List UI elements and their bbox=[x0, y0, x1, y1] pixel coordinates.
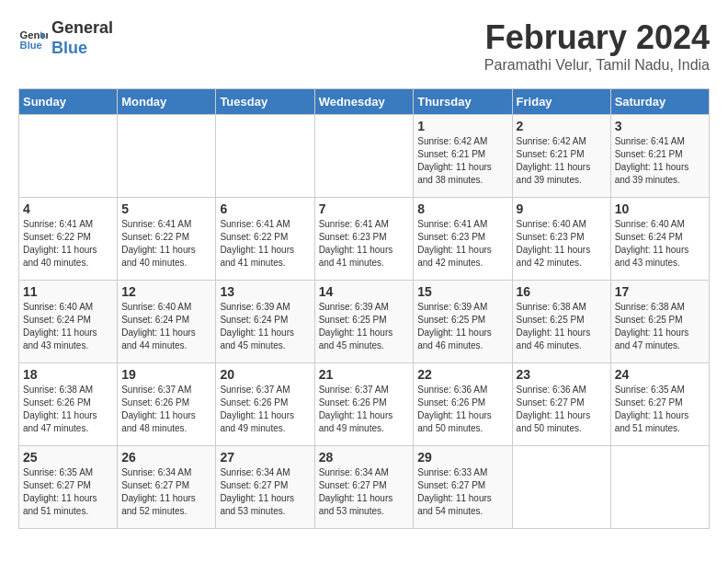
title-section: February 2024 Paramathi Velur, Tamil Nad… bbox=[484, 18, 710, 74]
calendar-cell: 7Sunrise: 6:41 AMSunset: 6:23 PMDaylight… bbox=[314, 198, 414, 281]
logo: General Blue General Blue bbox=[18, 18, 113, 58]
day-number: 18 bbox=[23, 367, 113, 382]
day-number: 24 bbox=[615, 367, 705, 382]
day-number: 10 bbox=[615, 201, 705, 216]
day-info: Sunrise: 6:38 AMSunset: 6:25 PMDaylight:… bbox=[517, 301, 607, 352]
logo-line2: Blue bbox=[51, 39, 113, 59]
header-day-saturday: Saturday bbox=[610, 89, 709, 115]
day-number: 19 bbox=[121, 367, 211, 382]
calendar-cell: 13Sunrise: 6:39 AMSunset: 6:24 PMDayligh… bbox=[216, 281, 314, 363]
calendar-cell: 17Sunrise: 6:38 AMSunset: 6:25 PMDayligh… bbox=[610, 281, 709, 363]
calendar-cell bbox=[216, 115, 314, 198]
day-info: Sunrise: 6:34 AMSunset: 6:27 PMDaylight:… bbox=[121, 466, 211, 518]
day-info: Sunrise: 6:35 AMSunset: 6:27 PMDaylight:… bbox=[23, 466, 113, 518]
day-number: 29 bbox=[417, 450, 507, 465]
header-day-tuesday: Tuesday bbox=[216, 89, 314, 115]
day-info: Sunrise: 6:38 AMSunset: 6:25 PMDaylight:… bbox=[615, 301, 705, 352]
day-number: 27 bbox=[220, 450, 310, 465]
day-info: Sunrise: 6:38 AMSunset: 6:26 PMDaylight:… bbox=[23, 384, 113, 435]
day-info: Sunrise: 6:37 AMSunset: 6:26 PMDaylight:… bbox=[220, 384, 310, 435]
day-info: Sunrise: 6:37 AMSunset: 6:26 PMDaylight:… bbox=[121, 384, 211, 435]
day-info: Sunrise: 6:41 AMSunset: 6:23 PMDaylight:… bbox=[417, 218, 507, 270]
day-number: 4 bbox=[23, 201, 113, 216]
day-info: Sunrise: 6:41 AMSunset: 6:21 PMDaylight:… bbox=[615, 135, 705, 187]
subtitle: Paramathi Velur, Tamil Nadu, India bbox=[484, 57, 710, 74]
day-info: Sunrise: 6:39 AMSunset: 6:25 PMDaylight:… bbox=[417, 301, 507, 352]
day-number: 22 bbox=[417, 367, 507, 382]
day-number: 17 bbox=[615, 284, 705, 299]
calendar-header-row: SundayMondayTuesdayWednesdayThursdayFrid… bbox=[19, 89, 710, 115]
calendar-cell: 26Sunrise: 6:34 AMSunset: 6:27 PMDayligh… bbox=[118, 446, 216, 529]
calendar-week-1: 1Sunrise: 6:42 AMSunset: 6:21 PMDaylight… bbox=[19, 115, 710, 198]
day-number: 12 bbox=[121, 284, 211, 299]
day-info: Sunrise: 6:34 AMSunset: 6:27 PMDaylight:… bbox=[319, 466, 410, 518]
calendar-cell: 1Sunrise: 6:42 AMSunset: 6:21 PMDaylight… bbox=[414, 115, 512, 198]
day-number: 21 bbox=[319, 367, 410, 382]
day-info: Sunrise: 6:41 AMSunset: 6:22 PMDaylight:… bbox=[23, 218, 113, 270]
calendar-cell: 9Sunrise: 6:40 AMSunset: 6:23 PMDaylight… bbox=[512, 198, 610, 281]
day-number: 26 bbox=[121, 450, 211, 465]
day-info: Sunrise: 6:41 AMSunset: 6:22 PMDaylight:… bbox=[121, 218, 211, 270]
day-number: 13 bbox=[220, 284, 310, 299]
calendar-cell: 18Sunrise: 6:38 AMSunset: 6:26 PMDayligh… bbox=[19, 363, 118, 446]
day-info: Sunrise: 6:42 AMSunset: 6:21 PMDaylight:… bbox=[417, 135, 507, 187]
day-number: 9 bbox=[517, 201, 607, 216]
calendar-week-2: 4Sunrise: 6:41 AMSunset: 6:22 PMDaylight… bbox=[19, 198, 710, 281]
day-number: 23 bbox=[517, 367, 607, 382]
day-number: 8 bbox=[417, 201, 507, 216]
day-info: Sunrise: 6:40 AMSunset: 6:24 PMDaylight:… bbox=[615, 218, 705, 270]
calendar-cell: 15Sunrise: 6:39 AMSunset: 6:25 PMDayligh… bbox=[414, 281, 512, 363]
calendar-cell: 6Sunrise: 6:41 AMSunset: 6:22 PMDaylight… bbox=[216, 198, 314, 281]
day-number: 11 bbox=[23, 284, 113, 299]
day-info: Sunrise: 6:34 AMSunset: 6:27 PMDaylight:… bbox=[220, 466, 310, 518]
calendar-cell: 28Sunrise: 6:34 AMSunset: 6:27 PMDayligh… bbox=[314, 446, 414, 529]
calendar-cell bbox=[19, 115, 118, 198]
calendar-cell: 10Sunrise: 6:40 AMSunset: 6:24 PMDayligh… bbox=[610, 198, 709, 281]
calendar-cell: 29Sunrise: 6:33 AMSunset: 6:27 PMDayligh… bbox=[414, 446, 512, 529]
calendar-cell: 3Sunrise: 6:41 AMSunset: 6:21 PMDaylight… bbox=[610, 115, 709, 198]
day-info: Sunrise: 6:36 AMSunset: 6:26 PMDaylight:… bbox=[417, 384, 507, 435]
calendar-cell bbox=[610, 446, 709, 529]
logo-line1: General bbox=[51, 18, 113, 39]
calendar-cell: 23Sunrise: 6:36 AMSunset: 6:27 PMDayligh… bbox=[512, 363, 610, 446]
calendar-cell: 12Sunrise: 6:40 AMSunset: 6:24 PMDayligh… bbox=[118, 281, 216, 363]
day-number: 28 bbox=[319, 450, 410, 465]
day-info: Sunrise: 6:39 AMSunset: 6:24 PMDaylight:… bbox=[220, 301, 310, 352]
calendar-cell: 22Sunrise: 6:36 AMSunset: 6:26 PMDayligh… bbox=[414, 363, 512, 446]
day-number: 5 bbox=[121, 201, 211, 216]
logo-icon: General Blue bbox=[18, 24, 48, 53]
calendar-cell bbox=[512, 446, 610, 529]
calendar-cell: 25Sunrise: 6:35 AMSunset: 6:27 PMDayligh… bbox=[19, 446, 118, 529]
day-number: 20 bbox=[220, 367, 310, 382]
calendar-cell: 8Sunrise: 6:41 AMSunset: 6:23 PMDaylight… bbox=[414, 198, 512, 281]
header-day-thursday: Thursday bbox=[414, 89, 512, 115]
calendar-cell: 27Sunrise: 6:34 AMSunset: 6:27 PMDayligh… bbox=[216, 446, 314, 529]
calendar-cell: 19Sunrise: 6:37 AMSunset: 6:26 PMDayligh… bbox=[118, 363, 216, 446]
day-number: 3 bbox=[615, 119, 705, 133]
header-day-sunday: Sunday bbox=[19, 89, 118, 115]
day-info: Sunrise: 6:36 AMSunset: 6:27 PMDaylight:… bbox=[517, 384, 607, 435]
calendar-cell bbox=[314, 115, 414, 198]
day-number: 16 bbox=[517, 284, 607, 299]
header-day-monday: Monday bbox=[118, 89, 216, 115]
day-info: Sunrise: 6:35 AMSunset: 6:27 PMDaylight:… bbox=[615, 384, 705, 435]
day-info: Sunrise: 6:40 AMSunset: 6:24 PMDaylight:… bbox=[23, 301, 113, 352]
calendar-week-4: 18Sunrise: 6:38 AMSunset: 6:26 PMDayligh… bbox=[19, 363, 710, 446]
main-title: February 2024 bbox=[484, 18, 710, 57]
calendar-cell: 4Sunrise: 6:41 AMSunset: 6:22 PMDaylight… bbox=[19, 198, 118, 281]
day-info: Sunrise: 6:39 AMSunset: 6:25 PMDaylight:… bbox=[319, 301, 410, 352]
day-info: Sunrise: 6:42 AMSunset: 6:21 PMDaylight:… bbox=[517, 135, 607, 187]
day-number: 2 bbox=[517, 119, 607, 133]
calendar-cell: 11Sunrise: 6:40 AMSunset: 6:24 PMDayligh… bbox=[19, 281, 118, 363]
day-info: Sunrise: 6:33 AMSunset: 6:27 PMDaylight:… bbox=[417, 466, 507, 518]
day-info: Sunrise: 6:41 AMSunset: 6:22 PMDaylight:… bbox=[220, 218, 310, 270]
header-day-wednesday: Wednesday bbox=[314, 89, 414, 115]
day-number: 6 bbox=[220, 201, 310, 216]
page-header: General Blue General Blue February 2024 … bbox=[18, 18, 710, 74]
day-number: 14 bbox=[319, 284, 410, 299]
day-info: Sunrise: 6:41 AMSunset: 6:23 PMDaylight:… bbox=[319, 218, 410, 270]
day-number: 15 bbox=[417, 284, 507, 299]
day-number: 1 bbox=[417, 119, 507, 133]
day-info: Sunrise: 6:37 AMSunset: 6:26 PMDaylight:… bbox=[319, 384, 410, 435]
calendar-cell bbox=[118, 115, 216, 198]
